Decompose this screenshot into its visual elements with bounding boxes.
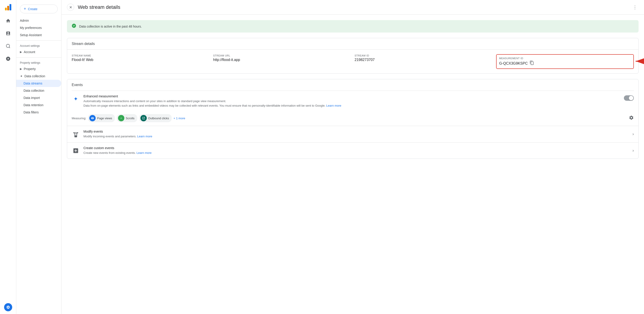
alert-text: Data collection is active in the past 48… <box>79 25 142 28</box>
data-collection-alert: Data collection is active in the past 48… <box>67 20 638 32</box>
property-arrow: ▶ <box>20 67 22 70</box>
data-collection-sub-label: Data collection <box>24 89 44 92</box>
web-stream-panel: ✕ Web stream details ⋮ Data collection i… <box>62 0 644 314</box>
learn-more-1-label: Learn more <box>326 104 341 107</box>
divider-1 <box>16 40 61 41</box>
my-preferences-label: My preferences <box>20 26 42 29</box>
advertising-icon[interactable] <box>3 53 14 64</box>
panel-header: ✕ Web stream details ⋮ <box>62 0 644 15</box>
modify-learn-more-label: Learn more <box>137 135 152 138</box>
modify-events-desc-text: Modify incoming events and parameters. <box>84 135 136 138</box>
modify-events-icon <box>72 130 80 138</box>
modify-events-chevron: › <box>632 132 634 136</box>
create-custom-events-icon <box>72 147 80 155</box>
measurement-id-value: G-QCX3G9KSPC <box>499 61 528 65</box>
svg-point-3 <box>6 44 10 48</box>
stream-details-header: Stream details <box>67 38 638 50</box>
enhanced-measurement-toggle[interactable] <box>624 95 634 101</box>
my-preferences-menu-item[interactable]: My preferences <box>16 24 61 31</box>
copy-icon[interactable] <box>530 60 534 66</box>
enhanced-desc-text: Automatically measure interactions and c… <box>84 99 226 103</box>
stream-name-field: STREAM NAME Flood-It! Web <box>72 54 210 69</box>
data-import-menu-item[interactable]: Data import <box>16 94 61 101</box>
property-label: Property <box>24 67 36 71</box>
measuring-row: Measuring: Page views Scrolls <box>67 111 638 126</box>
create-custom-learn-more-link[interactable]: Learn more <box>136 151 152 155</box>
account-label: Account <box>24 50 35 54</box>
more-icon: ⋮ <box>633 4 637 10</box>
enhanced-title: Enhanced measurement <box>84 94 620 98</box>
data-collection-arrow: ▼ <box>20 75 23 77</box>
outbound-clicks-icon <box>140 115 147 121</box>
data-collection-menu-item[interactable]: ▼ Data collection <box>16 72 61 80</box>
data-retention-label: Data retention <box>24 103 44 107</box>
modify-events-title: Modify events <box>84 130 629 133</box>
svg-rect-0 <box>5 8 7 10</box>
stream-name-value: Flood-It! Web <box>72 58 210 62</box>
enhanced-measurement-item: ✦ Enhanced measurement Automatically mea… <box>67 91 638 111</box>
account-arrow: ▶ <box>20 50 22 53</box>
setup-assistant-label: Setup Assistant <box>20 33 42 37</box>
enhanced-measurement-body: Enhanced measurement Automatically measu… <box>84 94 620 108</box>
property-settings-label: Property settings <box>20 61 40 64</box>
create-custom-events-chevron: › <box>632 148 634 153</box>
stream-id-field: STREAM ID 2198273707 <box>354 54 492 69</box>
data-import-label: Data import <box>24 96 40 100</box>
svg-rect-1 <box>7 6 9 10</box>
stream-url-field: STREAM URL http://flood-it.app <box>213 54 351 69</box>
learn-more-link-1[interactable]: Learn more <box>326 104 341 107</box>
data-collection-label: Data collection <box>24 74 45 78</box>
setup-assistant-menu-item[interactable]: Setup Assistant <box>16 31 61 39</box>
account-menu-item[interactable]: ▶ Account <box>16 48 61 55</box>
create-custom-learn-more-label: Learn more <box>136 151 152 155</box>
measuring-label: Measuring: <box>72 117 86 120</box>
outbound-clicks-chip[interactable]: Outbound clicks <box>139 114 172 122</box>
red-arrow <box>633 55 644 68</box>
app-logo <box>4 3 13 12</box>
modify-events-desc: Modify incoming events and parameters. L… <box>84 134 629 139</box>
settings-icon[interactable] <box>4 303 12 311</box>
page-views-chip[interactable]: Page views <box>88 114 115 122</box>
measurement-id-row: G-QCX3G9KSPC <box>499 60 631 66</box>
more-options-button[interactable]: ⋮ <box>631 3 638 11</box>
modify-events-info: Modify events Modify incoming events and… <box>84 130 629 139</box>
modify-events-row[interactable]: Modify events Modify incoming events and… <box>67 126 638 142</box>
create-button[interactable]: + Create <box>20 4 58 13</box>
data-filters-menu-item[interactable]: Data filters <box>16 109 61 116</box>
sparkle-icon: ✦ <box>72 95 80 103</box>
stream-details-card: Stream details STREAM NAME Flood-It! Web… <box>67 38 638 74</box>
data-streams-label: Data streams <box>24 81 42 85</box>
measuring-settings-icon[interactable] <box>629 115 634 121</box>
data-retention-menu-item[interactable]: Data retention <box>16 101 61 109</box>
panel-title: Web stream details <box>78 4 628 10</box>
more-link[interactable]: + 1 more <box>174 117 185 120</box>
create-custom-desc-text: Create new events from existing events. <box>84 151 136 155</box>
account-settings-header: Account settings <box>16 42 61 48</box>
scrolls-label: Scrolls <box>126 117 134 120</box>
explore-icon[interactable] <box>3 41 14 51</box>
close-button[interactable]: ✕ <box>67 3 74 11</box>
modify-learn-more-link[interactable]: Learn more <box>137 135 152 138</box>
page-views-label: Page views <box>97 117 112 120</box>
svg-rect-2 <box>10 4 11 10</box>
page-views-icon <box>89 115 96 121</box>
property-menu-item[interactable]: ▶ Property <box>16 65 61 72</box>
home-icon[interactable] <box>3 15 14 26</box>
property-settings-header: Property settings <box>16 59 61 65</box>
scrolls-chip[interactable]: Scrolls <box>117 114 137 122</box>
data-streams-menu-item[interactable]: Data streams <box>16 80 61 87</box>
data-collection-sub-menu-item[interactable]: Data collection <box>16 87 61 94</box>
panel-body: Data collection is active in the past 48… <box>62 15 644 170</box>
icon-bar <box>0 0 16 314</box>
admin-menu-item[interactable]: Admin <box>16 17 61 24</box>
stream-details-grid: STREAM NAME Flood-It! Web STREAM URL htt… <box>67 50 638 73</box>
events-header: Events <box>67 79 638 91</box>
stream-id-label: STREAM ID <box>354 54 492 57</box>
events-card: Events ✦ Enhanced measurement Automatica… <box>67 79 638 159</box>
check-circle-icon <box>72 23 76 29</box>
create-custom-events-row[interactable]: Create custom events Create new events f… <box>67 142 638 159</box>
stream-url-value: http://flood-it.app <box>213 58 351 62</box>
reports-icon[interactable] <box>3 28 14 39</box>
stream-id-value: 2198273707 <box>354 58 492 62</box>
sidebar: + Create Admin My preferences Setup Assi… <box>16 0 62 314</box>
